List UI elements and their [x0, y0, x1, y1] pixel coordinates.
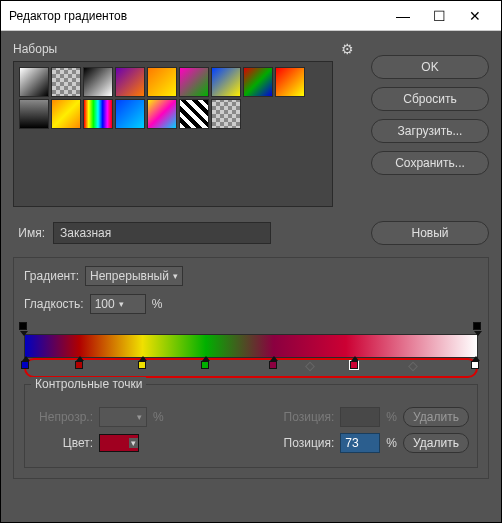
gradient-editor-window: Редактор градиентов — ☐ ✕ Наборы ⚙ OK Сб…	[0, 0, 502, 523]
close-button[interactable]: ✕	[457, 3, 493, 29]
preset-swatch[interactable]	[211, 67, 241, 97]
position2-unit: %	[386, 436, 397, 450]
preset-swatch[interactable]	[83, 67, 113, 97]
color-stop[interactable]	[350, 360, 360, 372]
chevron-down-icon: ▾	[173, 271, 178, 281]
stops-section: Контрольные точки Непрозр.: ▾ % Позиция:…	[24, 384, 478, 468]
opacity-stop[interactable]	[19, 322, 29, 332]
gradient-bar[interactable]	[24, 334, 478, 358]
minimize-button[interactable]: —	[385, 3, 421, 29]
name-label: Имя:	[13, 226, 45, 240]
opacity-stops-track[interactable]	[24, 322, 478, 334]
preset-swatch[interactable]	[51, 99, 81, 129]
preset-swatch[interactable]	[179, 67, 209, 97]
color-stop[interactable]	[269, 360, 279, 372]
preset-swatch[interactable]	[147, 99, 177, 129]
midpoint[interactable]	[408, 362, 418, 372]
new-button[interactable]: Новый	[371, 221, 489, 245]
preset-swatch[interactable]	[243, 67, 273, 97]
load-button[interactable]: Загрузить...	[371, 119, 489, 143]
window-title: Редактор градиентов	[9, 9, 385, 23]
position1-label: Позиция:	[284, 410, 335, 424]
position1-unit: %	[386, 410, 397, 424]
opacity-stop[interactable]	[473, 322, 483, 332]
color-stop[interactable]	[471, 360, 481, 372]
color-stops-track[interactable]	[26, 360, 476, 376]
preset-swatch[interactable]	[275, 67, 305, 97]
gradient-type-value: Непрерывный	[90, 269, 169, 283]
delete-color-button[interactable]: Удалить	[403, 433, 469, 453]
smoothness-label: Гладкость:	[24, 297, 84, 311]
smoothness-unit: %	[152, 297, 163, 311]
position1-input	[340, 407, 380, 427]
opacity-unit: %	[153, 410, 164, 424]
editor-panel: Градиент: Непрерывный ▾ Гладкость: 100 ▾…	[13, 257, 489, 479]
color-stop[interactable]	[201, 360, 211, 372]
preset-swatch[interactable]	[115, 67, 145, 97]
preset-swatch[interactable]	[115, 99, 145, 129]
preset-swatch[interactable]	[179, 99, 209, 129]
name-input[interactable]	[53, 222, 271, 244]
reset-button[interactable]: Сбросить	[371, 87, 489, 111]
opacity-input: ▾	[99, 407, 147, 427]
color-stops-highlight	[24, 358, 478, 378]
presets-label: Наборы	[13, 42, 341, 56]
preset-swatch[interactable]	[147, 67, 177, 97]
preset-swatch[interactable]	[83, 99, 113, 129]
midpoint[interactable]	[305, 362, 315, 372]
color-label: Цвет:	[33, 436, 93, 450]
preset-swatch[interactable]	[19, 99, 49, 129]
titlebar: Редактор градиентов — ☐ ✕	[1, 1, 501, 31]
gear-icon[interactable]: ⚙	[341, 41, 357, 57]
position2-input[interactable]	[340, 433, 380, 453]
opacity-label: Непрозр.:	[33, 410, 93, 424]
preset-swatch[interactable]	[19, 67, 49, 97]
position2-label: Позиция:	[284, 436, 335, 450]
color-stop[interactable]	[138, 360, 148, 372]
preset-swatch[interactable]	[211, 99, 241, 129]
color-stop[interactable]	[75, 360, 85, 372]
presets-box	[13, 61, 333, 207]
smoothness-input[interactable]: 100 ▾	[90, 294, 146, 314]
stops-title: Контрольные точки	[31, 377, 146, 391]
color-stop[interactable]	[21, 360, 31, 372]
ok-button[interactable]: OK	[371, 55, 489, 79]
chevron-down-icon: ▾	[119, 299, 124, 309]
preset-swatch[interactable]	[51, 67, 81, 97]
save-button[interactable]: Сохранить...	[371, 151, 489, 175]
gradient-type-select[interactable]: Непрерывный ▾	[85, 266, 183, 286]
delete-opacity-button: Удалить	[403, 407, 469, 427]
gradient-type-label: Градиент:	[24, 269, 79, 283]
color-swatch[interactable]: ▾	[99, 434, 139, 452]
maximize-button[interactable]: ☐	[421, 3, 457, 29]
